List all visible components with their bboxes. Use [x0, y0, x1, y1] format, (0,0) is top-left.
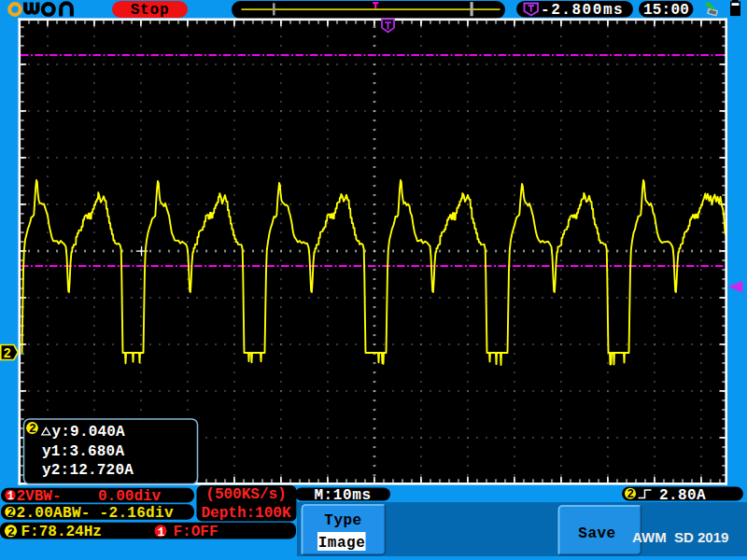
- svg-text:y:9.040A: y:9.040A: [52, 424, 126, 441]
- svg-text:Depth:100K: Depth:100K: [201, 505, 290, 522]
- svg-text:Type: Type: [324, 512, 361, 529]
- svg-text:2: 2: [4, 346, 11, 361]
- svg-text:Save: Save: [578, 525, 615, 542]
- svg-text:AWM SD 2019: AWM SD 2019: [632, 529, 728, 545]
- svg-text:(500KS/s): (500KS/s): [205, 486, 286, 503]
- svg-text:-2.800ms: -2.800ms: [541, 2, 624, 19]
- svg-text:Image: Image: [318, 535, 366, 552]
- svg-text:2: 2: [7, 507, 14, 520]
- svg-text:2: 2: [29, 422, 36, 436]
- svg-text:2VBW-: 2VBW-: [17, 488, 62, 505]
- svg-text:2: 2: [7, 525, 15, 539]
- svg-text:15:00: 15:00: [643, 2, 689, 19]
- svg-text:2: 2: [627, 488, 635, 501]
- svg-text:y2:12.720A: y2:12.720A: [42, 462, 134, 479]
- svg-text:0.00div: 0.00div: [98, 488, 162, 505]
- svg-text:1: 1: [7, 490, 14, 503]
- svg-text:M:10ms: M:10ms: [314, 487, 371, 504]
- svg-text:y1:3.680A: y1:3.680A: [42, 443, 124, 460]
- svg-text:2.00ABW- -2.16div: 2.00ABW- -2.16div: [17, 505, 174, 522]
- svg-text:F:78.24Hz: F:78.24Hz: [21, 524, 102, 540]
- svg-text:2.80A: 2.80A: [659, 487, 706, 504]
- svg-text:F:OFF: F:OFF: [174, 524, 218, 540]
- svg-text:1: 1: [158, 525, 165, 539]
- svg-text:Stop: Stop: [131, 2, 170, 19]
